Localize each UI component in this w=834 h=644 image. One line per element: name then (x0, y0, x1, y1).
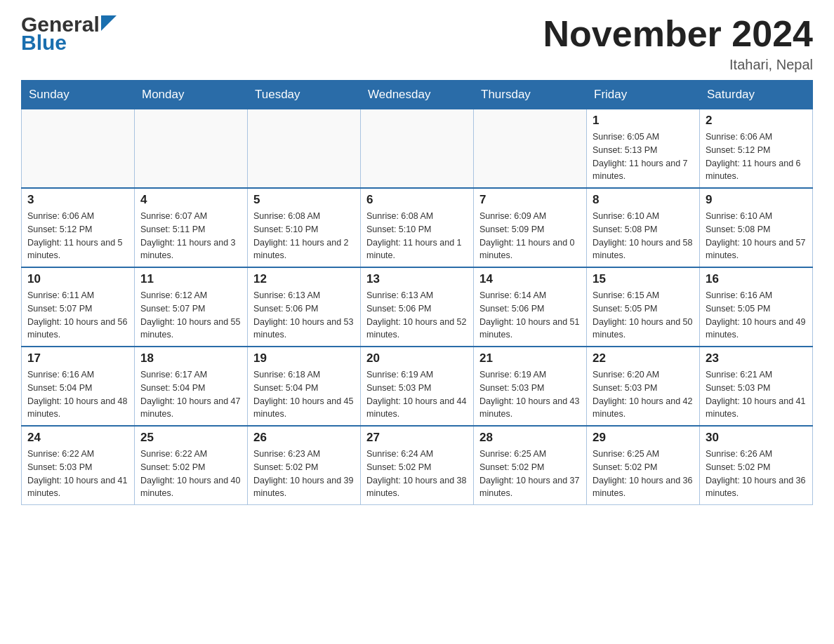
day-number: 2 (706, 114, 807, 128)
calendar-cell: 12Sunrise: 6:13 AMSunset: 5:06 PMDayligh… (248, 267, 361, 347)
calendar-cell: 22Sunrise: 6:20 AMSunset: 5:03 PMDayligh… (587, 347, 700, 426)
day-info: Sunrise: 6:24 AMSunset: 5:02 PMDaylight:… (366, 448, 468, 500)
calendar-cell: 3Sunrise: 6:06 AMSunset: 5:12 PMDaylight… (22, 188, 135, 267)
title-section: November 2024 Itahari, Nepal (543, 14, 813, 73)
day-number: 29 (593, 431, 694, 445)
day-number: 27 (366, 431, 468, 445)
day-info: Sunrise: 6:17 AMSunset: 5:04 PMDaylight:… (140, 368, 241, 421)
calendar-cell: 10Sunrise: 6:11 AMSunset: 5:07 PMDayligh… (22, 267, 135, 347)
day-info: Sunrise: 6:20 AMSunset: 5:03 PMDaylight:… (593, 368, 694, 421)
day-header-sunday: Sunday (22, 81, 135, 109)
day-number: 19 (253, 351, 355, 365)
calendar-cell: 5Sunrise: 6:08 AMSunset: 5:10 PMDaylight… (248, 188, 361, 267)
calendar-week-row: 10Sunrise: 6:11 AMSunset: 5:07 PMDayligh… (22, 267, 813, 347)
calendar-cell: 17Sunrise: 6:16 AMSunset: 5:04 PMDayligh… (22, 347, 135, 426)
day-number: 24 (27, 431, 128, 445)
day-number: 1 (593, 114, 694, 128)
calendar-cell: 21Sunrise: 6:19 AMSunset: 5:03 PMDayligh… (474, 347, 587, 426)
calendar-week-row: 3Sunrise: 6:06 AMSunset: 5:12 PMDaylight… (22, 188, 813, 267)
svg-marker-0 (101, 15, 117, 31)
day-info: Sunrise: 6:16 AMSunset: 5:04 PMDaylight:… (27, 368, 128, 421)
calendar-cell: 7Sunrise: 6:09 AMSunset: 5:09 PMDaylight… (474, 188, 587, 267)
day-header-monday: Monday (135, 81, 248, 109)
day-info: Sunrise: 6:08 AMSunset: 5:10 PMDaylight:… (253, 210, 355, 262)
logo-blue-text: Blue (21, 32, 67, 53)
calendar-cell: 20Sunrise: 6:19 AMSunset: 5:03 PMDayligh… (361, 347, 474, 426)
day-info: Sunrise: 6:22 AMSunset: 5:02 PMDaylight:… (140, 448, 241, 500)
day-number: 30 (706, 431, 807, 445)
day-header-thursday: Thursday (474, 81, 587, 109)
calendar-cell: 30Sunrise: 6:26 AMSunset: 5:02 PMDayligh… (700, 426, 813, 505)
calendar-cell: 26Sunrise: 6:23 AMSunset: 5:02 PMDayligh… (248, 426, 361, 505)
calendar-cell (135, 109, 248, 189)
day-number: 17 (27, 351, 128, 365)
day-number: 11 (140, 272, 241, 286)
calendar-cell: 2Sunrise: 6:06 AMSunset: 5:12 PMDaylight… (700, 109, 813, 189)
calendar-cell: 1Sunrise: 6:05 AMSunset: 5:13 PMDaylight… (587, 109, 700, 189)
day-number: 7 (479, 193, 581, 207)
page-header: General Blue November 2024 Itahari, Nepa… (21, 14, 813, 73)
day-info: Sunrise: 6:19 AMSunset: 5:03 PMDaylight:… (479, 368, 581, 421)
calendar-week-row: 1Sunrise: 6:05 AMSunset: 5:13 PMDaylight… (22, 109, 813, 189)
day-info: Sunrise: 6:08 AMSunset: 5:10 PMDaylight:… (366, 210, 468, 262)
calendar-cell: 9Sunrise: 6:10 AMSunset: 5:08 PMDaylight… (700, 188, 813, 267)
day-info: Sunrise: 6:23 AMSunset: 5:02 PMDaylight:… (253, 448, 355, 500)
day-header-friday: Friday (587, 81, 700, 109)
calendar-cell: 4Sunrise: 6:07 AMSunset: 5:11 PMDaylight… (135, 188, 248, 267)
day-header-tuesday: Tuesday (248, 81, 361, 109)
header-row: SundayMondayTuesdayWednesdayThursdayFrid… (22, 81, 813, 109)
day-number: 25 (140, 431, 241, 445)
day-number: 18 (140, 351, 241, 365)
day-number: 13 (366, 272, 468, 286)
day-info: Sunrise: 6:25 AMSunset: 5:02 PMDaylight:… (479, 448, 581, 500)
day-number: 8 (593, 193, 694, 207)
day-info: Sunrise: 6:21 AMSunset: 5:03 PMDaylight:… (706, 368, 807, 421)
calendar-cell (361, 109, 474, 189)
day-number: 14 (479, 272, 581, 286)
calendar-table: SundayMondayTuesdayWednesdayThursdayFrid… (21, 80, 813, 505)
month-title: November 2024 (543, 14, 813, 54)
day-number: 16 (706, 272, 807, 286)
day-number: 5 (253, 193, 355, 207)
day-info: Sunrise: 6:13 AMSunset: 5:06 PMDaylight:… (253, 289, 355, 342)
day-header-saturday: Saturday (700, 81, 813, 109)
day-info: Sunrise: 6:09 AMSunset: 5:09 PMDaylight:… (479, 210, 581, 262)
calendar-cell: 23Sunrise: 6:21 AMSunset: 5:03 PMDayligh… (700, 347, 813, 426)
calendar-cell: 28Sunrise: 6:25 AMSunset: 5:02 PMDayligh… (474, 426, 587, 505)
day-info: Sunrise: 6:14 AMSunset: 5:06 PMDaylight:… (479, 289, 581, 342)
day-info: Sunrise: 6:06 AMSunset: 5:12 PMDaylight:… (27, 210, 128, 262)
calendar-cell: 8Sunrise: 6:10 AMSunset: 5:08 PMDaylight… (587, 188, 700, 267)
day-number: 10 (27, 272, 128, 286)
day-info: Sunrise: 6:07 AMSunset: 5:11 PMDaylight:… (140, 210, 241, 262)
calendar-week-row: 17Sunrise: 6:16 AMSunset: 5:04 PMDayligh… (22, 347, 813, 426)
day-number: 23 (706, 351, 807, 365)
logo: General Blue (21, 14, 117, 53)
calendar-cell: 24Sunrise: 6:22 AMSunset: 5:03 PMDayligh… (22, 426, 135, 505)
day-info: Sunrise: 6:22 AMSunset: 5:03 PMDaylight:… (27, 448, 128, 500)
calendar-cell: 27Sunrise: 6:24 AMSunset: 5:02 PMDayligh… (361, 426, 474, 505)
calendar-cell (248, 109, 361, 189)
calendar-cell: 19Sunrise: 6:18 AMSunset: 5:04 PMDayligh… (248, 347, 361, 426)
day-info: Sunrise: 6:06 AMSunset: 5:12 PMDaylight:… (706, 130, 807, 183)
day-number: 15 (593, 272, 694, 286)
calendar-cell: 11Sunrise: 6:12 AMSunset: 5:07 PMDayligh… (135, 267, 248, 347)
day-number: 20 (366, 351, 468, 365)
logo-triangle-icon (101, 15, 117, 31)
calendar-cell: 18Sunrise: 6:17 AMSunset: 5:04 PMDayligh… (135, 347, 248, 426)
calendar-week-row: 24Sunrise: 6:22 AMSunset: 5:03 PMDayligh… (22, 426, 813, 505)
day-info: Sunrise: 6:10 AMSunset: 5:08 PMDaylight:… (593, 210, 694, 262)
day-number: 4 (140, 193, 241, 207)
calendar-cell: 15Sunrise: 6:15 AMSunset: 5:05 PMDayligh… (587, 267, 700, 347)
day-info: Sunrise: 6:11 AMSunset: 5:07 PMDaylight:… (27, 289, 128, 342)
calendar-cell (22, 109, 135, 189)
calendar-cell: 25Sunrise: 6:22 AMSunset: 5:02 PMDayligh… (135, 426, 248, 505)
day-info: Sunrise: 6:12 AMSunset: 5:07 PMDaylight:… (140, 289, 241, 342)
day-info: Sunrise: 6:26 AMSunset: 5:02 PMDaylight:… (706, 448, 807, 500)
day-info: Sunrise: 6:05 AMSunset: 5:13 PMDaylight:… (593, 130, 694, 183)
day-number: 26 (253, 431, 355, 445)
day-info: Sunrise: 6:13 AMSunset: 5:06 PMDaylight:… (366, 289, 468, 342)
calendar-cell: 16Sunrise: 6:16 AMSunset: 5:05 PMDayligh… (700, 267, 813, 347)
day-info: Sunrise: 6:18 AMSunset: 5:04 PMDaylight:… (253, 368, 355, 421)
day-header-wednesday: Wednesday (361, 81, 474, 109)
day-number: 3 (27, 193, 128, 207)
